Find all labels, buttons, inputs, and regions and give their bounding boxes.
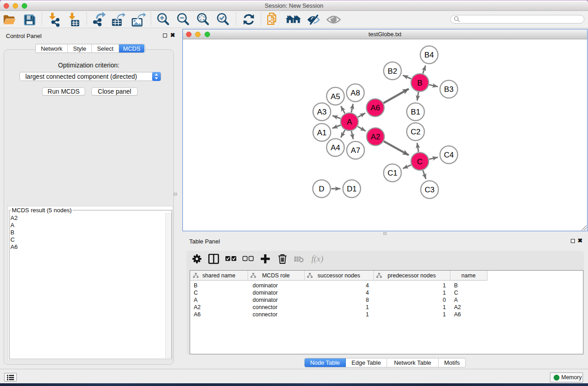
svg-text:C4: C4 <box>444 151 454 159</box>
svg-text:f(x): f(x) <box>311 254 323 264</box>
svg-text:A8: A8 <box>351 89 360 97</box>
svg-text:B: B <box>417 79 422 87</box>
svg-text:B3: B3 <box>444 85 454 94</box>
svg-text:D1: D1 <box>347 185 357 193</box>
svg-text:A5: A5 <box>331 92 340 101</box>
svg-text:A2: A2 <box>371 133 380 141</box>
svg-text:A7: A7 <box>351 146 360 155</box>
svg-text:A: A <box>347 118 352 126</box>
svg-text:D: D <box>319 185 324 193</box>
svg-text:C1: C1 <box>387 169 397 177</box>
svg-text:C2: C2 <box>411 128 421 136</box>
svg-text:B4: B4 <box>425 51 434 59</box>
svg-text:B2: B2 <box>388 67 397 76</box>
svg-text:A6: A6 <box>371 104 380 112</box>
svg-text:A1: A1 <box>317 129 327 137</box>
svg-text:B1: B1 <box>411 108 421 116</box>
svg-text:C3: C3 <box>425 186 435 194</box>
svg-text:A4: A4 <box>331 143 340 152</box>
svg-text:A3: A3 <box>317 108 327 116</box>
svg-text:C: C <box>417 157 422 166</box>
